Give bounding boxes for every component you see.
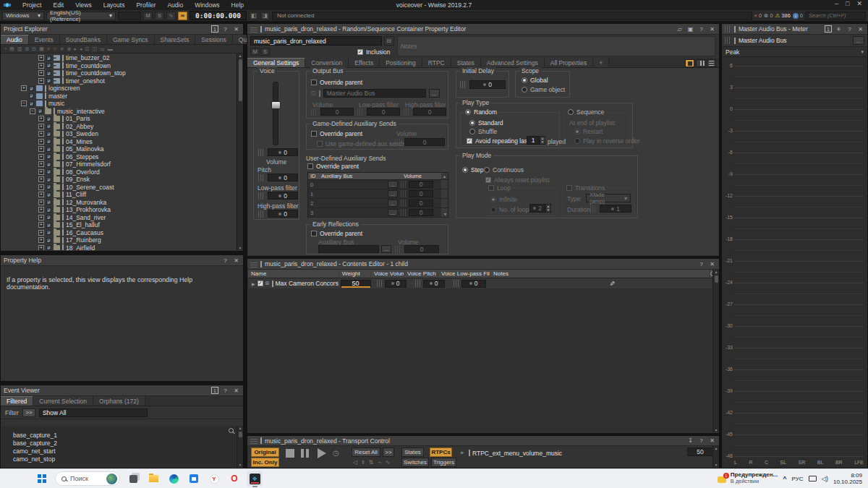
view-single-button[interactable]: [685, 59, 694, 67]
loop-checkbox[interactable]: ✓Loop: [487, 184, 512, 192]
solo-button[interactable]: S: [155, 12, 164, 20]
close-icon[interactable]: ✕: [232, 25, 240, 33]
menu-project[interactable]: Project: [17, 1, 47, 9]
tree-expander-icon[interactable]: +: [38, 237, 44, 243]
dock-grip[interactable]: [250, 437, 258, 444]
tree-checkbox[interactable]: ✓: [46, 184, 51, 189]
inc-only-button[interactable]: Inc. Only: [251, 458, 279, 467]
tree-item-09-ensk[interactable]: +✓09_Ensk: [1, 176, 236, 184]
tree-item-08-overlord[interactable]: +✓08_Overlord: [1, 168, 236, 176]
tree-item-loginscreen[interactable]: +✓loginscreen: [1, 85, 236, 93]
tree-checkbox[interactable]: ✓: [29, 101, 34, 106]
transport-more-button[interactable]: >>: [383, 448, 394, 457]
slider-handle[interactable]: [271, 101, 281, 109]
warning-count[interactable]: ⚠386: [775, 12, 791, 19]
clock[interactable]: 8:0910.10.2025: [833, 472, 862, 485]
use-game-aux-checkbox[interactable]: ✓Use game-defined aux sends: [317, 140, 406, 147]
explorer-toolbar-icon-7[interactable]: ⊹: [53, 46, 57, 52]
tree-expander-icon[interactable]: +: [38, 146, 44, 152]
help-icon[interactable]: ?: [221, 257, 229, 265]
excluded-count[interactable]: ⊗0: [764, 12, 773, 19]
event-item-camo-net-start[interactable]: camo_net_start: [1, 447, 236, 455]
scope-global-radio[interactable]: Global: [522, 77, 548, 84]
help-icon[interactable]: ?: [221, 387, 229, 395]
tree-item-14-sand-river[interactable]: +✓14_Sand_river: [1, 214, 236, 222]
aux-browse-button[interactable]: ...: [388, 209, 398, 216]
tree-item-03-sweden[interactable]: +✓03_Sweden: [1, 130, 236, 138]
tree-item-timer-oneshot[interactable]: +✓timer_oneshot: [1, 77, 236, 85]
help-icon[interactable]: ?: [697, 260, 705, 268]
help-icon[interactable]: ?: [221, 25, 229, 33]
wwise-taskbar-icon[interactable]: ❖: [247, 471, 263, 487]
contents-row[interactable]: ▶ ✓ ⊞ Max Cameron Concors -... 50 0 0 0 …: [248, 278, 712, 288]
tree-expander-icon[interactable]: +: [38, 131, 44, 137]
play-type-sequence-radio[interactable]: Sequence: [566, 108, 605, 116]
voice-lpf-field[interactable]: 0: [258, 192, 298, 200]
loop-count-radio[interactable]: No. of loops: [490, 206, 532, 213]
tree-item-time-countdown-stop[interactable]: +✓time_countdown_stop: [1, 69, 236, 77]
aux-row-volume[interactable]: 0: [398, 200, 441, 207]
tree-expander-icon[interactable]: +: [38, 200, 44, 205]
explorer-toolbar-icon-1[interactable]: ▤: [9, 46, 14, 52]
ob-hpf-field[interactable]: 0: [404, 108, 446, 116]
aux-browse-button[interactable]: ...: [388, 181, 398, 188]
tree-item-06-steppes[interactable]: +✓06_Steppes: [1, 153, 236, 161]
tree-checkbox[interactable]: ✓: [46, 230, 51, 235]
filter-input[interactable]: [39, 408, 148, 417]
triggers-button[interactable]: Triggers: [431, 458, 456, 467]
voice-lpf-cell[interactable]: 0: [461, 280, 486, 288]
tree-item-10-serene-coast[interactable]: +✓10_Serene_coast: [1, 184, 236, 192]
explorer-toolbar-icon-3[interactable]: ⊞: [25, 46, 29, 52]
error-count[interactable]: ×0: [754, 12, 762, 19]
pin-icon[interactable]: ↧: [686, 437, 694, 445]
close-icon[interactable]: ✕: [708, 437, 716, 445]
curve-icon[interactable]: ∿: [386, 459, 391, 466]
reset-all-button[interactable]: Reset All: [352, 448, 380, 457]
ob-lpf-field[interactable]: 0: [357, 108, 400, 116]
ob-volume-field[interactable]: 0: [311, 108, 354, 116]
opera-browser-icon[interactable]: O: [226, 471, 242, 487]
tree-checkbox[interactable]: ✓: [46, 200, 51, 205]
browse-bus-button[interactable]: ...: [429, 89, 440, 98]
tree-checkbox[interactable]: ✓: [46, 139, 51, 144]
browse-bus-button[interactable]: ...: [853, 36, 864, 45]
file-explorer-icon[interactable]: [145, 471, 161, 487]
search-highlight-image[interactable]: [106, 474, 117, 484]
property-editor-tab-general-settings[interactable]: General Settings: [247, 58, 305, 67]
waveform-toggle-icon[interactable]: ∿: [166, 12, 176, 20]
mute-button[interactable]: M: [250, 48, 260, 56]
tree-item-music-interactive[interactable]: −✓music_interactive: [1, 108, 236, 116]
tree-checkbox[interactable]: ✓: [46, 169, 51, 174]
help-icon[interactable]: ?: [697, 437, 705, 445]
sequence-restart-radio[interactable]: Restart: [574, 128, 603, 135]
output-bus-name[interactable]: Master Audio Bus: [323, 89, 426, 98]
event-viewer-header[interactable]: Event Viewer 1 ? ✕: [1, 385, 243, 396]
tree-checkbox[interactable]: ✓: [46, 132, 51, 137]
original-button[interactable]: Original: [251, 448, 279, 457]
tree-expander-icon[interactable]: +: [38, 124, 44, 129]
explorer-toolbar-icon-5[interactable]: ▦: [39, 46, 44, 52]
explorer-toolbar-icon-8[interactable]: ✕: [60, 46, 64, 52]
notes-input[interactable]: [397, 36, 715, 56]
voice-pitch-cell[interactable]: 0: [423, 280, 445, 288]
tree-item-time-countdown[interactable]: +✓time_countdown: [1, 62, 236, 70]
capture-link-icon[interactable]: ∞: [178, 12, 187, 20]
er-volume-field[interactable]: 0: [395, 245, 439, 253]
explorer-toolbar-icon-14[interactable]: ▭: [100, 46, 105, 52]
initial-delay-field[interactable]: 0: [460, 80, 506, 89]
property-editor-tab-effects[interactable]: Effects: [349, 58, 380, 67]
col-aux-bus[interactable]: Auxiliary Bus: [321, 173, 388, 179]
network-display-icon[interactable]: [809, 476, 817, 481]
meter-mode-dropdown[interactable]: Peak▾: [722, 47, 867, 57]
global-search-input[interactable]: [805, 12, 866, 20]
voice-volume-cell[interactable]: 0: [385, 280, 407, 288]
tree-item-11-cliff[interactable]: +✓11_Cliff: [1, 191, 236, 199]
tree-checkbox[interactable]: ✓: [46, 124, 51, 129]
help-icon[interactable]: ?: [846, 25, 854, 33]
delay-clock-icon[interactable]: ◷: [333, 449, 339, 457]
stop-button[interactable]: [286, 449, 294, 458]
remote-disconnect-icon[interactable]: ◨: [260, 12, 270, 20]
tree-expander-icon[interactable]: +: [38, 215, 44, 221]
random-standard-radio[interactable]: Standard: [469, 119, 503, 127]
tray-expand-chevron[interactable]: ^: [783, 475, 786, 482]
